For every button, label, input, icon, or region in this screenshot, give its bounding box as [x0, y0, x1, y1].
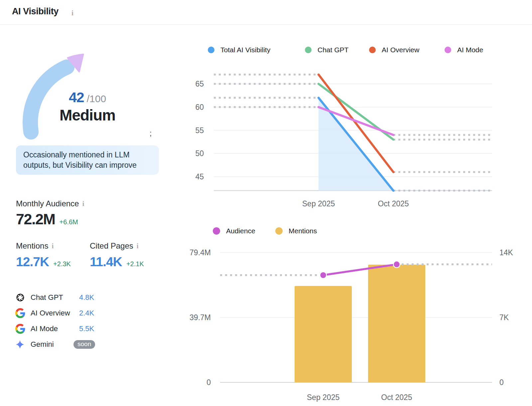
list-item-ai-overview: AI Overview 2.4K: [15, 305, 122, 321]
y-tick-label: 60: [195, 103, 204, 111]
platform-label: AI Overview: [31, 309, 79, 317]
ai-visibility-widget: AI Visibility i 42 /100 Medium ; Occasio…: [0, 0, 532, 406]
legend-item-ai-mode[interactable]: AI Mode: [445, 46, 483, 54]
score-out-of: /100: [87, 93, 106, 104]
legend-label: AI Mode: [457, 46, 483, 54]
page-title: AI Visibility: [12, 6, 59, 17]
score-value: 42: [69, 89, 84, 105]
legend-label: AI Overview: [382, 46, 419, 54]
mentions-delta: +2.3K: [53, 260, 71, 268]
info-icon[interactable]: i: [71, 10, 73, 17]
platform-value: 2.4K: [79, 309, 94, 317]
mentions-label: Mentions: [16, 241, 48, 251]
legend-label: Total AI Visibility: [220, 46, 270, 54]
audience-point-sep-2025: [320, 272, 327, 279]
score-rating: Medium: [48, 106, 127, 124]
widget-header: AI Visibility i: [0, 0, 532, 25]
left-tick-label: 79.4M: [190, 248, 211, 257]
cited-pages-header: Cited Pages i: [90, 241, 139, 251]
score-block: 42 /100 Medium: [48, 89, 127, 124]
cited-pages-value: 11.4K: [90, 255, 122, 269]
list-item-chat-gpt: Chat GPT 4.8K: [15, 290, 122, 305]
google-icon: [15, 308, 26, 318]
visibility-trend-chart: 4550556065Sep 2025Oct 2025: [186, 68, 499, 211]
legend-item-chat-gpt[interactable]: Chat GPT: [305, 46, 348, 54]
y-tick-label: 50: [195, 149, 204, 158]
mentions-bar-sep-2025: [295, 286, 352, 382]
stray-semicolon: ;: [150, 129, 152, 138]
info-icon[interactable]: i: [82, 200, 84, 207]
cited-pages-label: Cited Pages: [90, 241, 133, 251]
info-icon[interactable]: i: [52, 243, 54, 250]
chatgpt-icon: [15, 293, 26, 303]
platform-label: AI Mode: [31, 324, 79, 333]
mentions-value: 12.7K: [16, 255, 49, 269]
cited-pages-value-row: 11.4K +2.1K: [90, 255, 144, 269]
list-item-ai-mode: AI Mode 5.5K: [15, 321, 122, 336]
platform-label: Gemini: [31, 340, 79, 349]
legend-label: Chat GPT: [318, 46, 348, 54]
google-icon: [15, 324, 26, 334]
right-tick-label: 0: [499, 378, 504, 387]
monthly-audience-label: Monthly Audience: [16, 199, 79, 208]
info-icon[interactable]: i: [137, 243, 139, 250]
legend-item-ai-overview[interactable]: AI Overview: [369, 46, 419, 54]
left-tick-label: 0: [206, 378, 211, 387]
mentions-bar-oct-2025: [368, 265, 425, 382]
audience-mentions-chart: 79.4M39.7M014K7K0Sep 2025Oct 2025: [180, 230, 529, 406]
mentions-value-row: 12.7K +2.3K: [16, 255, 71, 269]
x-tick-label: Sep 2025: [302, 199, 335, 208]
y-tick-label: 55: [195, 126, 204, 135]
platform-label: Chat GPT: [31, 293, 79, 302]
cited-pages-delta: +2.1K: [126, 260, 144, 268]
score-summary: Occasionally mentioned in LLM outputs, b…: [16, 145, 159, 175]
legend-dot: [445, 47, 451, 53]
legend-dot: [369, 47, 376, 53]
mentions-header: Mentions i: [16, 241, 54, 251]
audience-point-oct-2025: [393, 261, 400, 268]
gemini-icon: [15, 340, 26, 349]
left-tick-label: 39.7M: [190, 313, 211, 322]
y-tick-label: 65: [195, 80, 204, 88]
legend-dot: [208, 47, 214, 53]
platform-value: 4.8K: [79, 293, 94, 302]
right-tick-label: 14K: [499, 248, 513, 257]
legend-item-total-ai-visibility[interactable]: Total AI Visibility: [208, 46, 270, 54]
monthly-audience-value-row: 72.2M +6.6M: [16, 211, 78, 228]
x-tick-label: Oct 2025: [378, 199, 409, 208]
monthly-audience-delta: +6.6M: [60, 218, 78, 226]
monthly-audience-header: Monthly Audience i: [16, 199, 84, 208]
right-tick-label: 7K: [499, 313, 509, 322]
y-tick-label: 45: [195, 172, 204, 181]
platform-value: 5.5K: [79, 324, 94, 333]
x-tick-label: Oct 2025: [381, 393, 412, 402]
x-tick-label: Sep 2025: [307, 393, 339, 402]
platforms-list: Chat GPT 4.8K AI Overview 2.4K: [15, 290, 122, 352]
legend-dot: [305, 47, 312, 53]
list-item-gemini: Gemini soon: [15, 336, 122, 352]
status-badge-soon: soon: [73, 340, 95, 349]
monthly-audience-value: 72.2M: [16, 211, 55, 228]
